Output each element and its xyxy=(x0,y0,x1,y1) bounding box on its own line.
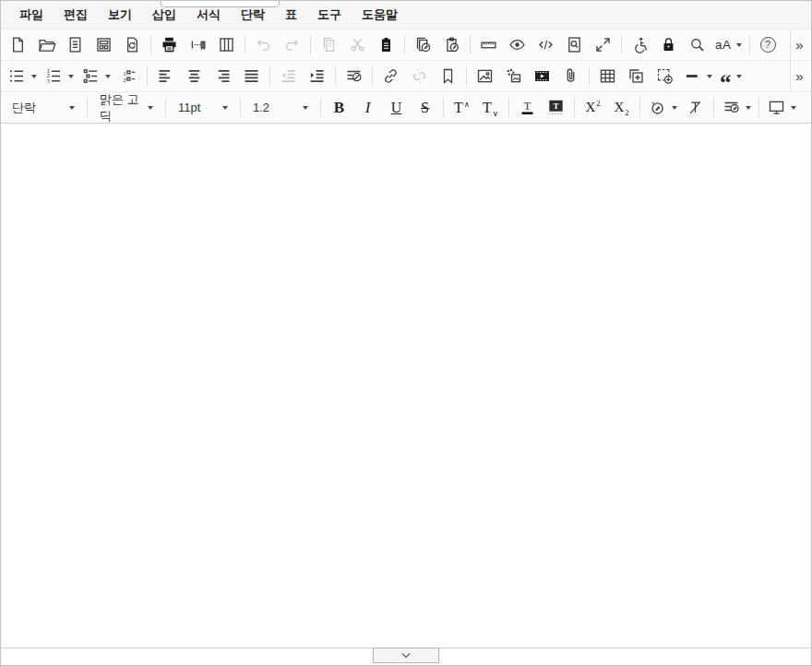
justify-button[interactable] xyxy=(237,63,266,90)
font-size-down-button[interactable]: T∨ xyxy=(476,94,505,122)
preview-button[interactable] xyxy=(503,31,531,59)
italic-button[interactable]: I xyxy=(353,94,382,122)
page-break-button[interactable] xyxy=(184,31,212,59)
clear-format-button[interactable] xyxy=(681,94,710,122)
unlink-button[interactable] xyxy=(405,63,434,90)
document-button[interactable] xyxy=(61,31,90,59)
table-button[interactable] xyxy=(593,63,622,90)
background-color-button[interactable] xyxy=(542,94,570,122)
image-button[interactable] xyxy=(471,63,499,90)
document-search-button[interactable] xyxy=(560,31,589,59)
strikethrough-glyph: S xyxy=(421,101,429,115)
search-button[interactable] xyxy=(683,31,711,59)
line-height-value: 1.2 xyxy=(253,101,269,114)
screen-view-dropdown[interactable] xyxy=(763,94,800,122)
line-format-button[interactable] xyxy=(340,63,368,90)
numbered-list-dropdown[interactable] xyxy=(41,63,78,90)
text-color-t-icon xyxy=(518,98,537,117)
collapse-toolbar-button[interactable] xyxy=(373,648,439,663)
new-document-button[interactable] xyxy=(4,31,32,59)
accessibility-button[interactable] xyxy=(626,31,654,59)
cut-button[interactable] xyxy=(343,31,372,59)
superscript-button[interactable]: X2 xyxy=(579,94,607,122)
paste-button[interactable] xyxy=(372,31,400,59)
font-size-up-glyph: T∧ xyxy=(454,101,470,115)
toolbar-row-2: “» xyxy=(1,61,811,92)
indent-button[interactable] xyxy=(303,63,331,90)
video-button[interactable] xyxy=(528,63,556,90)
font-size-up-button[interactable]: T∧ xyxy=(448,94,476,122)
code-view-button[interactable] xyxy=(531,31,560,59)
toolbar-separator xyxy=(639,98,640,117)
print-button[interactable] xyxy=(155,31,184,59)
align-right-button[interactable] xyxy=(209,63,237,90)
toolbar-separator xyxy=(758,98,759,117)
toolbar-separator xyxy=(466,66,467,86)
menu-paragraph[interactable]: 단락 xyxy=(231,6,275,23)
list-settings-button[interactable] xyxy=(114,63,143,90)
align-left-icon xyxy=(156,66,175,86)
bold-button[interactable]: B xyxy=(325,94,353,122)
menu-insert[interactable]: 삽입 xyxy=(142,6,186,23)
align-center-button[interactable] xyxy=(180,63,209,90)
bullet-list-dropdown[interactable] xyxy=(4,63,41,90)
restore-draft-button[interactable] xyxy=(118,31,147,59)
fullscreen-button[interactable] xyxy=(589,31,617,59)
font-scale-dropdown[interactable]: aA xyxy=(711,31,746,59)
monitor-icon xyxy=(767,98,786,117)
menu-edit[interactable]: 편집 xyxy=(54,6,98,23)
scissors-icon xyxy=(348,35,367,54)
insert-placeholder-button[interactable] xyxy=(651,63,679,90)
more-tools-button[interactable]: » xyxy=(792,63,808,90)
blockquote-dropdown[interactable]: “ xyxy=(716,63,746,90)
menu-format[interactable]: 서식 xyxy=(186,6,231,23)
toolbar-overflow: » xyxy=(790,61,808,91)
picture-pixels-icon xyxy=(504,66,523,86)
insert-block-button[interactable] xyxy=(622,63,651,90)
editor-content[interactable] xyxy=(1,127,811,648)
menu-tools[interactable]: 도구 xyxy=(307,6,352,23)
undo-button[interactable] xyxy=(249,31,278,59)
lock-button[interactable] xyxy=(654,31,683,59)
horizontal-line-dropdown[interactable] xyxy=(679,63,716,90)
toolbar-separator xyxy=(470,35,471,54)
menu-file[interactable]: 파일 xyxy=(9,6,54,23)
attachment-button[interactable] xyxy=(556,63,585,90)
menu-help[interactable]: 도움말 xyxy=(352,6,408,23)
copy-button[interactable] xyxy=(315,31,343,59)
align-left-button[interactable] xyxy=(151,63,180,90)
align-justify-icon xyxy=(242,66,261,86)
subscript-glyph: X2 xyxy=(614,101,628,114)
help-glyph: ? xyxy=(760,37,776,53)
clipboard-review-button[interactable] xyxy=(437,31,466,59)
font-size-select[interactable]: 11pt xyxy=(170,94,236,122)
clipboard-pencil-icon xyxy=(442,35,461,54)
outdent-button[interactable] xyxy=(274,63,303,90)
style-tool-dropdown[interactable] xyxy=(644,94,681,122)
ruler-button[interactable] xyxy=(474,31,503,59)
line-height-select[interactable]: 1.2 xyxy=(245,94,316,122)
font-scale-glyph: aA xyxy=(715,39,732,52)
paste-review-button[interactable] xyxy=(409,31,437,59)
multilevel-list-dropdown[interactable] xyxy=(78,63,114,90)
text-color-button[interactable] xyxy=(513,94,542,122)
more-tools-button[interactable]: » xyxy=(792,31,808,59)
redo-button[interactable] xyxy=(278,31,306,59)
bookmark-button[interactable] xyxy=(434,63,462,90)
underline-button[interactable]: U xyxy=(382,94,411,122)
toolbar-row-1: aA?» xyxy=(1,30,811,61)
open-file-button[interactable] xyxy=(32,31,61,59)
menu-view[interactable]: 보기 xyxy=(98,6,142,23)
image-editor-button[interactable] xyxy=(499,63,528,90)
strikethrough-button[interactable]: S xyxy=(411,94,439,122)
page-layout-button[interactable] xyxy=(212,31,241,59)
subscript-button[interactable]: X2 xyxy=(607,94,636,122)
template-button[interactable] xyxy=(90,31,118,59)
link-button[interactable] xyxy=(376,63,405,90)
indent-arrow-icon xyxy=(307,66,327,86)
font-family-select[interactable]: 맑은 고딕 xyxy=(91,94,161,122)
help-button[interactable]: ? xyxy=(754,31,782,59)
menu-table[interactable]: 표 xyxy=(275,6,307,23)
line-style-dropdown[interactable] xyxy=(718,94,755,122)
paragraph-style-select[interactable]: 단락 xyxy=(4,94,83,122)
